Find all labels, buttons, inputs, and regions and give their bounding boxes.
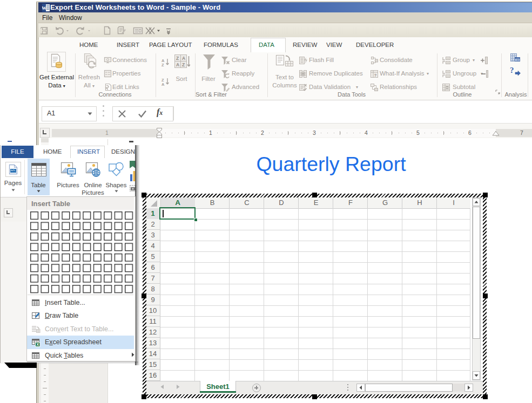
svg-text:?: ? bbox=[510, 66, 514, 74]
svg-text:A: A bbox=[176, 62, 179, 67]
svg-text:?: ? bbox=[374, 73, 377, 78]
svg-text:A: A bbox=[161, 82, 165, 86]
svg-text:A: A bbox=[182, 56, 185, 61]
svg-text:Z: Z bbox=[176, 56, 179, 61]
svg-text:X: X bbox=[36, 342, 39, 347]
svg-text:Z: Z bbox=[161, 63, 164, 67]
svg-text:Z: Z bbox=[182, 62, 185, 67]
svg-text:W: W bbox=[42, 5, 46, 11]
